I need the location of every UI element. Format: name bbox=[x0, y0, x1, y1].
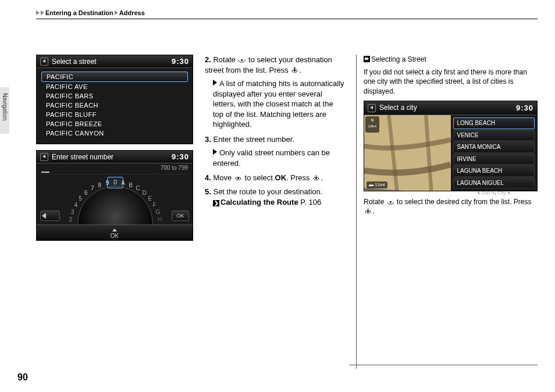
dial-rotate-icon bbox=[237, 56, 246, 63]
breadcrumb-b: Address bbox=[119, 9, 145, 16]
list-item[interactable]: PACIFIC bbox=[41, 72, 188, 82]
sidebar-after-text: Rotate to select the desired city from t… bbox=[364, 197, 538, 216]
dial-character[interactable]: E bbox=[146, 195, 154, 202]
dial-character[interactable]: A bbox=[119, 180, 127, 186]
screen-select-city: Select a city 9:30 bbox=[364, 101, 538, 192]
svg-point-0 bbox=[241, 59, 243, 61]
dial-rotate-icon bbox=[386, 198, 395, 205]
screen-title: Select a city bbox=[379, 103, 516, 112]
chevron-right-icon bbox=[36, 10, 40, 15]
sidebar-paragraph: If you did not select a city first and t… bbox=[364, 67, 538, 96]
screen-select-street: Select a street 9:30 PACIFIC PACIFIC AVE… bbox=[36, 55, 193, 144]
chevron-right-icon bbox=[115, 10, 118, 15]
step-2: 2. Rotate to select your destination str… bbox=[205, 55, 344, 75]
section-tab: Navigation bbox=[0, 87, 9, 134]
dial-character[interactable]: 9 bbox=[103, 180, 111, 186]
link-icon: ❯ bbox=[213, 200, 219, 206]
step-3-sub: Only valid street numbers can be entered… bbox=[213, 148, 344, 168]
clock: 9:30 bbox=[172, 57, 189, 66]
breadcrumb-a: Entering a Destination bbox=[45, 9, 113, 16]
double-chevron-icon bbox=[364, 56, 370, 62]
list-item[interactable]: LAGUNA NIGUEL bbox=[453, 177, 535, 189]
section-tab-label: Navigation bbox=[2, 93, 8, 120]
dial-move-icon bbox=[234, 174, 243, 181]
svg-point-4 bbox=[237, 177, 239, 179]
step-5: 5. Set the route to your destination. ❯C… bbox=[205, 187, 344, 207]
page-number: 90 bbox=[17, 372, 28, 383]
triangle-bullet-icon bbox=[213, 149, 217, 155]
dial-character[interactable]: 0 bbox=[111, 179, 119, 186]
screen-title: Select a street bbox=[52, 58, 172, 66]
svg-point-10 bbox=[367, 211, 369, 212]
list-item[interactable]: LAGUNA BEACH bbox=[453, 165, 535, 177]
dial-character[interactable]: G bbox=[154, 209, 162, 215]
back-icon[interactable] bbox=[40, 153, 48, 161]
character-dial[interactable]: 1234567890ABCDEFGHI OK bbox=[37, 174, 193, 224]
step-2-sub: A list of matching hits is automatically… bbox=[213, 79, 344, 130]
dial-character[interactable]: 5 bbox=[76, 195, 84, 202]
screen-enter-number: Enter street number 9:30 700 to 799 1234… bbox=[36, 150, 193, 241]
dial-press-icon bbox=[290, 66, 299, 74]
clock: 9:30 bbox=[172, 152, 189, 161]
delete-button[interactable] bbox=[40, 211, 60, 221]
dial-character[interactable]: F bbox=[151, 202, 159, 208]
city-list: LONG BEACH VENICE SANTA MONICA IRVINE LA… bbox=[451, 115, 538, 191]
scale-bar: ▬ 11mi bbox=[367, 181, 387, 189]
list-item[interactable]: SANTA MONICA bbox=[453, 141, 535, 153]
sort-label: ◄ Sort by City ► bbox=[453, 189, 535, 197]
sidebar-heading: Selecting a Street bbox=[364, 55, 538, 64]
dial-press-icon bbox=[312, 174, 321, 181]
chevron-right-icon bbox=[41, 10, 44, 15]
dial-character[interactable]: H bbox=[156, 216, 164, 223]
list-item[interactable]: PACIFIC CANYON bbox=[41, 129, 188, 138]
step-4: 4. Move to select OK. Press . bbox=[205, 173, 344, 183]
svg-point-6 bbox=[315, 177, 317, 179]
svg-point-8 bbox=[390, 201, 392, 203]
step-3: 3. Enter the street number. bbox=[205, 134, 344, 145]
list-item[interactable]: PACIFIC BARS bbox=[41, 91, 188, 101]
triangle-bullet-icon bbox=[213, 80, 217, 85]
ok-button[interactable]: OK bbox=[172, 211, 189, 221]
list-item[interactable]: PACIFIC AVE bbox=[41, 82, 188, 91]
list-item[interactable]: PACIFIC BEACH bbox=[41, 101, 188, 110]
crossref-link[interactable]: Calculating the Route bbox=[220, 198, 298, 206]
list-item[interactable]: VENICE bbox=[453, 130, 535, 141]
street-list: PACIFIC PACIFIC AVE PACIFIC BARS PACIFIC… bbox=[37, 70, 193, 139]
svg-point-2 bbox=[294, 69, 296, 71]
number-range: 700 to 799 bbox=[37, 163, 193, 171]
dial-character[interactable]: 4 bbox=[72, 202, 80, 208]
list-item[interactable]: IRVINE bbox=[453, 154, 535, 165]
bottom-bar: OK bbox=[37, 224, 193, 240]
list-item[interactable]: LONG BEACH bbox=[453, 117, 535, 129]
list-item[interactable]: PACIFIC BLUFF bbox=[41, 110, 188, 119]
dial-character[interactable]: 3 bbox=[69, 209, 77, 215]
clock: 9:30 bbox=[516, 103, 533, 113]
back-icon[interactable] bbox=[368, 104, 376, 112]
list-item[interactable]: PACIFIC BREEZE bbox=[41, 119, 188, 129]
dial-character[interactable]: 2 bbox=[66, 216, 74, 223]
divider bbox=[349, 365, 538, 365]
arrow-up-icon bbox=[112, 229, 117, 231]
bottom-bar-label: OK bbox=[111, 233, 119, 239]
dial-character[interactable]: 8 bbox=[95, 182, 104, 188]
cursor-icon bbox=[41, 172, 49, 173]
map-preview: N 1/8mi ▬ 11mi bbox=[364, 115, 451, 191]
screen-title: Enter street number bbox=[52, 153, 172, 161]
breadcrumb: Entering a DestinationAddress bbox=[36, 9, 538, 19]
compass-icon: N 1/8mi bbox=[365, 116, 379, 133]
dial-press-icon bbox=[364, 207, 372, 215]
back-icon[interactable] bbox=[40, 58, 48, 66]
